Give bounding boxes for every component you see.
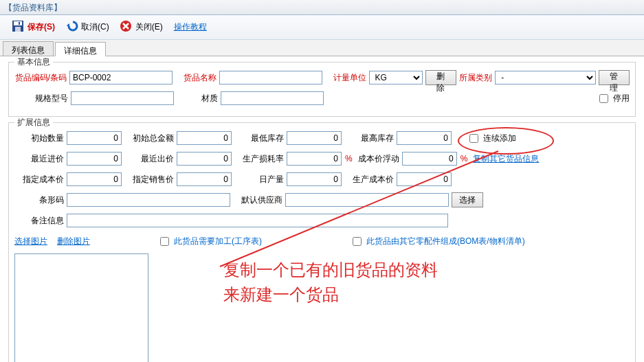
copy-other-link[interactable]: 复制其它货品信息 [473,153,539,165]
tab-detail-info[interactable]: 详细信息 [55,42,106,56]
undo-icon [65,19,78,36]
unit-select[interactable]: KG [369,71,423,84]
name-input[interactable] [219,71,322,84]
init-qty-input[interactable] [67,131,122,145]
max-stock-input[interactable] [397,131,452,145]
need-process-checkbox[interactable]: 此货品需要加工(工序表) [157,235,262,248]
basic-info-group: 基本信息 货品编码/条码 货品名称 计量单位 KG 删除 所属类别 - 管理 规… [8,62,636,117]
spec-cost-label: 指定成本价 [14,174,64,185]
remark-input[interactable] [67,214,448,227]
loss-rate-input[interactable] [287,152,342,166]
spec-sell-label: 指定销售价 [124,174,174,185]
spec-cost-input[interactable] [67,172,122,186]
last-buy-input[interactable] [67,152,122,166]
delete-button[interactable]: 删除 [425,70,456,85]
code-label: 货品编码/条码 [14,72,67,84]
code-input[interactable] [69,71,173,84]
tabs: 列表信息 详细信息 [0,40,644,56]
svg-rect-2 [15,27,21,32]
remark-label: 备注信息 [14,215,64,227]
last-sell-label: 最近出价 [124,153,174,165]
last-buy-label: 最近进价 [14,153,64,165]
basic-info-title: 基本信息 [14,56,53,68]
tutorial-link[interactable]: 操作教程 [174,21,207,33]
pct-sign-1: % [345,154,353,163]
spec-sell-input[interactable] [177,172,232,186]
select-image-link[interactable]: 选择图片 [14,236,47,247]
bom-checkbox[interactable]: 此货品由其它零配件组成(BOM表/物料清单) [350,235,525,248]
manage-button[interactable]: 管理 [599,70,630,85]
cancel-button[interactable]: 取消(C) [60,18,113,37]
toolbar: 保存(S) 取消(C) 关闭(E) 操作教程 [0,15,644,40]
material-input[interactable] [221,91,324,105]
svg-rect-3 [19,22,20,25]
close-icon [119,19,133,36]
close-button[interactable]: 关闭(E) [115,18,167,37]
prod-cost-input[interactable] [397,172,452,186]
disable-checkbox[interactable]: 停用 [597,92,630,105]
loss-rate-label: 生产损耗率 [234,153,284,165]
cost-float-label: 成本价浮动 [358,153,399,165]
svg-rect-1 [14,21,22,25]
min-stock-input[interactable] [287,131,342,145]
window-title: 【货品资料库】 [0,0,644,15]
select-supplier-button[interactable]: 选择 [452,192,483,207]
cost-float-input[interactable] [402,152,457,166]
init-qty-label: 初始数量 [14,133,64,144]
spec-label: 规格型号 [14,93,68,104]
ext-info-group: 扩展信息 初始数量 初始总金额 最低库存 最高库存 连续添加 最近进价 最近出价… [8,122,636,362]
last-sell-input[interactable] [177,152,232,166]
close-button-label: 关闭(E) [135,21,163,33]
save-icon [11,19,25,36]
save-button-label: 保存(S) [27,21,55,33]
max-stock-label: 最高库存 [344,133,394,144]
min-stock-label: 最低库存 [234,133,284,144]
supplier-label: 默认供应商 [233,194,282,206]
daily-out-input[interactable] [287,172,342,186]
cancel-button-label: 取消(C) [81,21,109,33]
pct-sign-2: % [460,154,468,163]
image-preview [14,253,148,362]
init-amt-label: 初始总金额 [124,133,174,144]
name-label: 货品名称 [184,72,216,84]
spec-input[interactable] [71,91,174,105]
init-amt-input[interactable] [177,131,232,145]
ext-info-title: 扩展信息 [14,117,53,128]
tab-list-info[interactable]: 列表信息 [3,41,54,56]
unit-label: 计量单位 [333,72,366,84]
supplier-input[interactable] [285,193,449,207]
prod-cost-label: 生产成本价 [344,174,394,185]
delete-image-link[interactable]: 删除图片 [57,236,90,247]
save-button[interactable]: 保存(S) [7,18,59,37]
cat-label: 所属类别 [459,72,492,84]
barcode-label: 条形码 [14,194,64,206]
cont-add-checkbox[interactable]: 连续添加 [467,132,516,145]
barcode-input[interactable] [67,193,230,207]
cat-select[interactable]: - [495,71,595,84]
daily-out-label: 日产量 [234,174,284,185]
material-label: 材质 [185,93,218,104]
